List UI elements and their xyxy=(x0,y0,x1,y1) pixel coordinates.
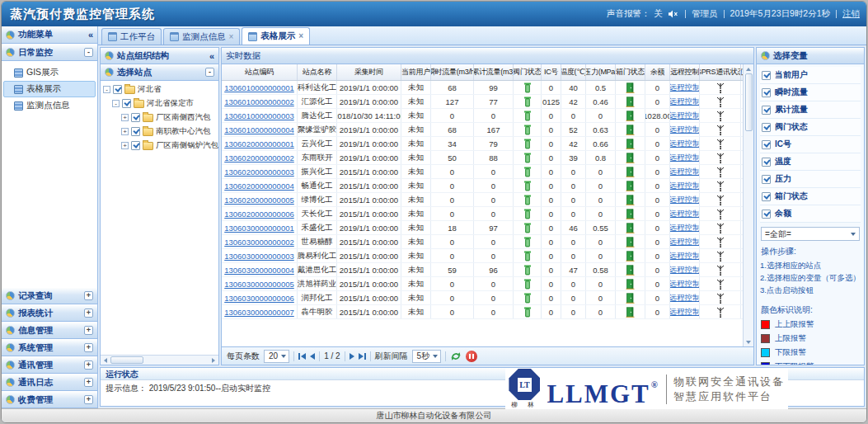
tab[interactable]: 表格展示 × xyxy=(242,27,310,45)
column-header[interactable]: 阀门状态 xyxy=(514,64,542,80)
variable-option[interactable]: 累计流量 xyxy=(760,101,861,119)
tree-node[interactable]: + 厂区南侧锅炉汽包 xyxy=(101,139,218,153)
station-code-link[interactable]: 1306020000000005 xyxy=(224,196,294,205)
refresh-interval-select[interactable]: 5秒 xyxy=(412,350,442,363)
station-code-link[interactable]: 1306030000000001 xyxy=(224,224,294,233)
column-header[interactable]: GPRS通讯状态 xyxy=(700,64,741,80)
remote-control-link[interactable]: 远程控制 xyxy=(670,251,700,261)
first-page-button[interactable] xyxy=(298,353,306,360)
variable-option[interactable]: 阀门状态 xyxy=(760,119,861,136)
variable-checkbox[interactable] xyxy=(762,123,771,132)
variable-option[interactable]: 当前用户 xyxy=(760,67,861,84)
remote-control-link[interactable]: 远程控制 xyxy=(670,265,700,276)
sidebar-section-header[interactable]: 通讯日志 + xyxy=(2,374,97,391)
variable-checkbox[interactable] xyxy=(762,158,771,167)
table-row[interactable]: 1306010000000004 聚缘堂驴胶 2019/1/1 0:00:00 … xyxy=(222,123,743,137)
table-row[interactable]: 1306030000000001 禾盛化工 2019/1/1 0:00:00 未… xyxy=(222,221,743,235)
grid-vertical-scrollbar[interactable] xyxy=(743,64,753,346)
sidebar-section-header[interactable]: 系统管理 + xyxy=(2,339,97,356)
column-header[interactable]: 站点编码 xyxy=(222,64,298,80)
section-expand-toggle-icon[interactable]: + xyxy=(84,360,93,370)
scrollbar-thumb[interactable] xyxy=(745,73,753,131)
select-station-toggle-icon[interactable]: - xyxy=(205,68,214,77)
station-code-link[interactable]: 1306030000000002 xyxy=(224,238,294,247)
tree-node[interactable]: + 厂区南侧西汽包 xyxy=(101,111,218,125)
variable-checkbox[interactable] xyxy=(762,140,771,149)
column-header[interactable]: 站点名称 xyxy=(298,64,337,80)
sidebar-item[interactable]: 表格展示 xyxy=(3,81,96,97)
remote-control-link[interactable]: 远程控制 xyxy=(670,82,700,93)
scroll-down-icon[interactable] xyxy=(744,337,753,346)
station-code-link[interactable]: 1306020000000004 xyxy=(224,181,294,191)
column-header[interactable]: 远程控制 xyxy=(670,64,700,80)
table-row[interactable]: 1306020000000001 云兴化工 2019/1/1 0:00:00 未… xyxy=(222,137,743,151)
station-code-link[interactable]: 1306020000000002 xyxy=(224,153,294,163)
table-row[interactable]: 1306030000000006 润邦化工 2015/1/1 0:00:00 未… xyxy=(222,291,743,305)
tab-close-icon[interactable]: × xyxy=(229,33,234,41)
remote-control-link[interactable]: 远程控制 xyxy=(670,97,700,107)
scrollbar-thumb[interactable] xyxy=(110,356,143,364)
scroll-right-icon[interactable] xyxy=(209,356,218,365)
station-code-link[interactable]: 1306030000000007 xyxy=(224,308,294,317)
section-expand-toggle-icon[interactable]: + xyxy=(84,326,93,335)
remote-control-link[interactable]: 远程控制 xyxy=(670,223,700,233)
remote-control-link[interactable]: 远程控制 xyxy=(670,111,700,121)
tab[interactable]: 工作平台 xyxy=(101,28,162,45)
remote-control-link[interactable]: 远程控制 xyxy=(670,181,700,191)
refresh-button[interactable] xyxy=(450,351,462,362)
tree-node[interactable]: - 河北省 xyxy=(101,82,218,97)
scroll-up-icon[interactable] xyxy=(744,64,753,73)
station-code-link[interactable]: 1306030000000003 xyxy=(224,252,294,261)
column-header[interactable]: IC号 xyxy=(542,64,561,80)
tree-node[interactable]: + 南职教中心汽包 xyxy=(101,125,218,139)
station-code-link[interactable]: 1306010000000004 xyxy=(224,125,294,134)
sidebar-item[interactable]: 监测点信息 xyxy=(3,97,96,114)
scroll-left-icon[interactable] xyxy=(101,356,110,365)
column-header[interactable]: 余额 xyxy=(645,64,670,80)
sidebar-section-header[interactable]: 通讯管理 + xyxy=(2,356,97,374)
sound-alarm-state[interactable]: 关 xyxy=(655,8,664,20)
station-code-link[interactable]: 1306020000000006 xyxy=(224,210,294,219)
section-expand-toggle-icon[interactable]: + xyxy=(84,309,93,318)
tree-checkbox[interactable] xyxy=(122,99,131,108)
section-expand-toggle-icon[interactable]: + xyxy=(84,291,93,300)
tree-node[interactable]: - 河北省保定市 xyxy=(101,97,218,111)
sidebar-item[interactable]: GIS展示 xyxy=(3,64,96,81)
section-expand-toggle-icon[interactable]: + xyxy=(84,395,93,404)
sidebar-section-header[interactable]: 日常监控 - xyxy=(2,44,97,61)
station-code-link[interactable]: 1306010000000001 xyxy=(224,83,294,92)
section-expand-toggle-icon[interactable]: - xyxy=(84,48,93,57)
column-header[interactable]: 当前用户 xyxy=(401,64,431,80)
column-header[interactable]: 箱门状态 xyxy=(616,64,645,80)
tab-close-icon[interactable]: × xyxy=(298,32,303,40)
variable-option[interactable]: 瞬时流量 xyxy=(760,84,861,101)
station-code-link[interactable]: 1306010000000002 xyxy=(224,97,294,106)
remote-control-link[interactable]: 远程控制 xyxy=(670,195,700,205)
table-row[interactable]: 1306030000000004 戴港思化工 2015/1/1 0:00:00 … xyxy=(222,263,743,277)
speaker-muted-icon[interactable] xyxy=(668,10,678,18)
tree-expander-icon[interactable]: + xyxy=(121,142,129,149)
tree-expander-icon[interactable]: - xyxy=(112,100,120,107)
section-expand-toggle-icon[interactable]: + xyxy=(84,343,93,352)
tree-collapse-icon[interactable]: « xyxy=(209,51,214,61)
column-header[interactable]: 温度(℃) xyxy=(561,64,586,80)
variable-option[interactable]: 温度 xyxy=(760,153,861,171)
table-row[interactable]: 1306030000000005 洪旭祥药业 2015/1/1 0:00:00 … xyxy=(222,277,743,291)
remote-control-link[interactable]: 远程控制 xyxy=(670,139,700,149)
prev-page-button[interactable] xyxy=(310,353,315,360)
station-code-link[interactable]: 1306020000000001 xyxy=(224,139,294,148)
tree-checkbox[interactable] xyxy=(131,141,140,150)
variable-option[interactable]: 压力 xyxy=(760,171,861,188)
table-row[interactable]: 1306030000000007 犇牛明胶 2015/1/1 0:00:00 未… xyxy=(222,305,743,319)
remote-control-link[interactable]: 远程控制 xyxy=(670,167,700,177)
station-code-link[interactable]: 1306030000000004 xyxy=(224,266,294,275)
station-code-link[interactable]: 1306020000000003 xyxy=(224,167,294,177)
variable-checkbox[interactable] xyxy=(762,175,771,184)
tree-expander-icon[interactable]: + xyxy=(121,128,129,135)
variable-checkbox[interactable] xyxy=(762,192,771,201)
section-expand-toggle-icon[interactable]: + xyxy=(84,378,93,387)
station-code-link[interactable]: 1306030000000006 xyxy=(224,294,294,303)
table-row[interactable]: 1306010000000001 科利达化工 2019/1/1 0:00:00 … xyxy=(222,81,743,95)
sidebar-section-header[interactable]: 信息管理 + xyxy=(2,322,97,339)
column-header[interactable]: 压力(MPa) xyxy=(586,64,616,80)
